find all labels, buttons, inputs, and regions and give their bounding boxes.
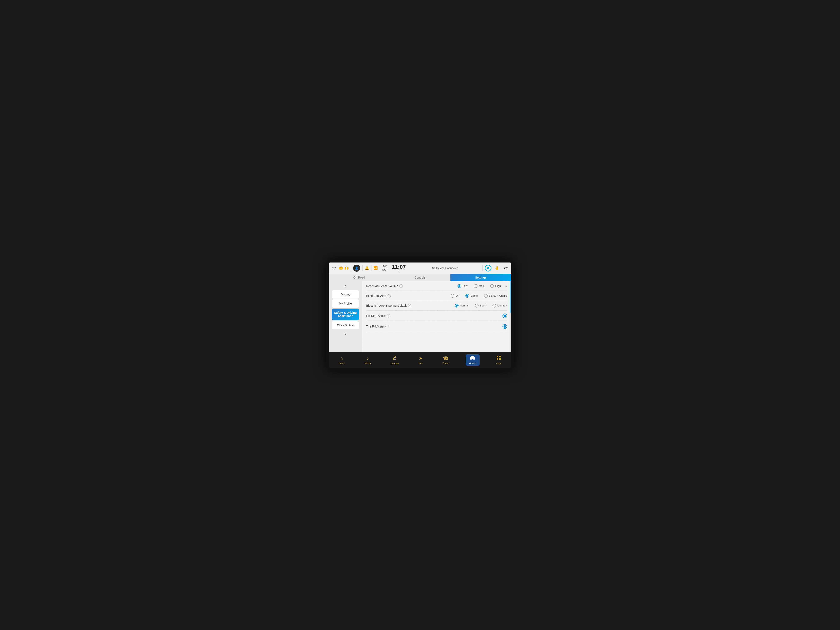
sidebar-item-safety[interactable]: Safety & Driving Assistance xyxy=(332,308,359,320)
radio-btn-lightschime[interactable] xyxy=(484,294,488,298)
tab-offroad[interactable]: Off Road xyxy=(329,274,390,281)
nav-item-nav[interactable]: ➤ Nav xyxy=(415,354,426,366)
radio-sport[interactable]: Sport xyxy=(475,304,486,308)
setting-options-tirefill xyxy=(410,324,507,329)
radio-comfort[interactable]: Comfort xyxy=(493,304,507,308)
setting-label-tirefill: Tire Fill Assist i xyxy=(366,325,408,328)
temp-right: 72° xyxy=(504,266,508,270)
setting-options-hillstart xyxy=(410,314,507,318)
divider-2 xyxy=(362,265,363,271)
info-icon-eps[interactable]: i xyxy=(408,304,411,307)
nav-icon: ➤ xyxy=(419,355,423,361)
out-temp: 74° OUT xyxy=(382,265,388,271)
wifi-icon[interactable]: 📶 xyxy=(374,266,378,270)
setting-row-rearparksense: Rear ParkSense Volume i Low Med High xyxy=(366,281,507,291)
toggle-tirefill[interactable] xyxy=(502,324,507,329)
settings-panel: Rear ParkSense Volume i Low Med High xyxy=(362,281,511,352)
setting-label-blindspot: Blind Spot Alert i xyxy=(366,294,408,297)
nav-item-phone[interactable]: ☎ Phone xyxy=(439,354,453,366)
info-icon-rearparksense[interactable]: i xyxy=(399,284,403,288)
svg-rect-5 xyxy=(499,355,501,357)
phone-icon: ☎ xyxy=(443,355,448,361)
info-icon-blindspot[interactable]: i xyxy=(387,294,391,297)
radio-btn-med[interactable] xyxy=(474,284,477,288)
setting-row-blindspot: Blind Spot Alert i Off Lights Lights + C… xyxy=(366,291,507,301)
radio-btn-low[interactable] xyxy=(458,284,461,288)
radio-btn-normal[interactable] xyxy=(455,304,458,308)
setting-row-tirefill: Tire Fill Assist i xyxy=(366,321,507,332)
svg-rect-6 xyxy=(497,358,498,360)
radio-lights[interactable]: Lights xyxy=(466,294,478,298)
radio-low[interactable]: Low xyxy=(458,284,467,288)
radio-btn-comfort[interactable] xyxy=(493,304,496,308)
radio-btn-sport[interactable] xyxy=(475,304,478,308)
info-icon-hillstart[interactable]: i xyxy=(387,314,390,317)
svg-rect-7 xyxy=(499,358,501,360)
svg-point-0 xyxy=(394,356,395,357)
tab-bar: Off Road Controls Settings xyxy=(329,274,511,281)
status-clock: 11:07 ▾ xyxy=(392,264,406,273)
divider-4 xyxy=(380,265,380,271)
hand-right-icon: 🤚 xyxy=(495,266,499,270)
svg-point-2 xyxy=(471,359,472,360)
comfort-icon xyxy=(392,355,397,362)
radio-btn-lights[interactable] xyxy=(466,294,469,298)
setting-options-rearparksense: Low Med High xyxy=(410,284,501,288)
setting-label-rearparksense: Rear ParkSense Volume i xyxy=(366,284,408,288)
radio-btn-high[interactable] xyxy=(490,284,494,288)
toggle-hillstart[interactable] xyxy=(502,314,507,318)
no-device-label: No Device Connected xyxy=(410,267,481,270)
hand-icons: 🤲 🙌 xyxy=(338,266,349,270)
nav-item-apps[interactable]: Apps xyxy=(493,354,505,366)
media-icon: ♪ xyxy=(366,355,369,361)
radio-lightschime[interactable]: Lights + Chime xyxy=(484,294,507,298)
status-bar: 65° 🤲 🙌 👤 🔔 📶 74° OUT 11:07 ▾ No Device … xyxy=(329,262,511,274)
setting-options-blindspot: Off Lights Lights + Chime xyxy=(410,294,507,298)
temp-left: 65° xyxy=(332,266,336,270)
apps-icon xyxy=(496,355,501,361)
nav-bar: ⌂ Home ♪ Media Comfort ➤ Nav ☎ Pho xyxy=(329,352,511,368)
radio-normal[interactable]: Normal xyxy=(455,304,469,308)
collapse-chevron-rearparksense[interactable]: ∧ xyxy=(505,284,507,288)
main-content: ∧ Display My Profile Safety & Driving As… xyxy=(329,281,511,352)
home-icon: ⌂ xyxy=(340,355,343,361)
tab-controls[interactable]: Controls xyxy=(390,274,450,281)
nav-item-media[interactable]: ♪ Media xyxy=(361,354,374,366)
radio-high[interactable]: High xyxy=(490,284,501,288)
nav-item-home[interactable]: ⌂ Home xyxy=(335,354,348,366)
sidebar-item-display[interactable]: Display xyxy=(332,290,359,298)
nav-item-vehicle[interactable]: Vehicle xyxy=(466,354,480,366)
tab-settings[interactable]: Settings xyxy=(450,274,511,281)
bell-icon[interactable]: 🔔 xyxy=(365,266,369,270)
radio-med[interactable]: Med xyxy=(474,284,484,288)
radio-off[interactable]: Off xyxy=(451,294,459,298)
scroll-thumb[interactable] xyxy=(510,281,511,313)
svg-point-3 xyxy=(474,359,475,360)
info-icon-tirefill[interactable]: i xyxy=(385,325,389,328)
target-icon[interactable] xyxy=(485,265,491,272)
radio-btn-off[interactable] xyxy=(451,294,455,298)
sidebar: ∧ Display My Profile Safety & Driving As… xyxy=(329,281,362,352)
scrollbar[interactable] xyxy=(510,281,511,352)
sidebar-item-myprofile[interactable]: My Profile xyxy=(332,299,359,308)
setting-row-eps: Electric Power Steering Default i Normal… xyxy=(366,301,507,311)
setting-row-hillstart: Hill Start Assist i xyxy=(366,311,507,321)
setting-options-eps: Normal Sport Comfort xyxy=(414,304,507,308)
profile-icon[interactable]: 👤 xyxy=(353,265,360,272)
sidebar-down-chevron[interactable]: ∨ xyxy=(343,330,348,337)
svg-rect-1 xyxy=(470,357,475,359)
setting-label-hillstart: Hill Start Assist i xyxy=(366,314,408,317)
nav-item-comfort[interactable]: Comfort xyxy=(387,354,402,366)
setting-label-eps: Electric Power Steering Default i xyxy=(366,304,412,307)
sidebar-item-clockdate[interactable]: Clock & Date xyxy=(332,321,359,329)
svg-rect-4 xyxy=(497,355,498,357)
sidebar-up-chevron[interactable]: ∧ xyxy=(343,283,348,289)
screen-wrapper: 65° 🤲 🙌 👤 🔔 📶 74° OUT 11:07 ▾ No Device … xyxy=(326,260,514,370)
vehicle-icon xyxy=(470,355,475,361)
